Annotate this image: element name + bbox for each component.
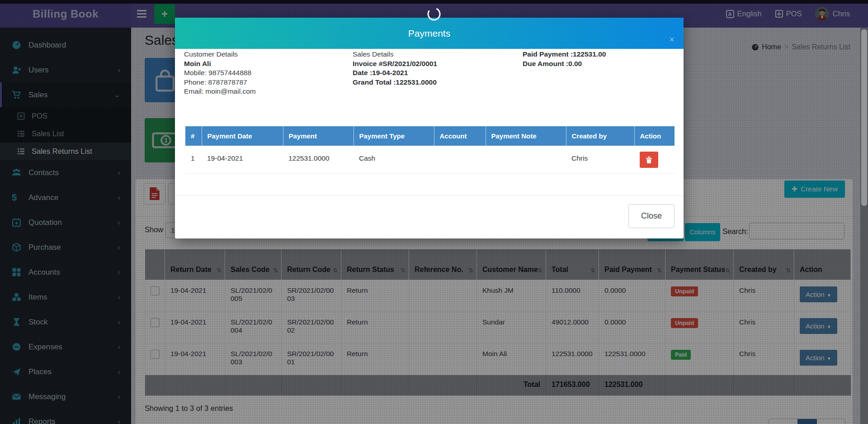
customer-mobile: Mobile: 98757444888	[184, 68, 256, 78]
invoice-number: Invoice #SR/2021/02/0001	[353, 59, 437, 69]
delete-payment-button[interactable]	[640, 152, 658, 168]
modal-header: Payments ×	[175, 18, 684, 49]
payment-row: 1 19-04-2021 122531.0000 Cash Chris	[185, 146, 675, 173]
cell-payment-date: 19-04-2021	[202, 146, 283, 173]
col-payment-type: Payment Type	[354, 126, 434, 146]
modal-title: Payments	[175, 18, 684, 49]
col-payment-date: Payment Date	[202, 126, 283, 146]
payments-table: # Payment Date Payment Payment Type Acco…	[185, 126, 675, 174]
col-account: Account	[434, 126, 486, 146]
page-scrollbar[interactable]	[860, 28, 868, 424]
close-icon[interactable]: ×	[669, 35, 675, 44]
customer-name: Moin Ali	[184, 59, 256, 69]
loading-spinner-icon	[426, 6, 442, 22]
paid-payment-text: Paid Payment :122531.00	[523, 50, 606, 59]
sales-details-block: Sales Details Invoice #SR/2021/02/0001 D…	[353, 50, 437, 87]
cell-account	[434, 146, 486, 173]
app-root: Billing Book + A English POS Chris	[0, 0, 868, 424]
col-payment-note: Payment Note	[486, 126, 566, 146]
col-created-by: Created by	[566, 126, 634, 146]
col-payment: Payment	[283, 126, 354, 146]
customer-details-block: Customer Details Moin Ali Mobile: 987574…	[184, 50, 256, 96]
modal-footer: Close	[175, 195, 684, 238]
due-amount-text: Due Amount :0.00	[523, 59, 606, 69]
col-num: #	[185, 126, 202, 146]
payments-header-row: # Payment Date Payment Payment Type Acco…	[185, 126, 675, 146]
grand-total: Grand Total :122531.0000	[353, 78, 437, 87]
sales-details-heading: Sales Details	[353, 50, 437, 59]
cell-num: 1	[185, 146, 202, 173]
cell-created-by: Chris	[566, 146, 634, 173]
customer-details-heading: Customer Details	[184, 50, 256, 59]
scrollbar-thumb[interactable]	[861, 29, 867, 206]
col-action: Action	[634, 126, 675, 146]
cell-payment-type: Cash	[354, 146, 434, 173]
sale-date: Date :19-04-2021	[353, 68, 437, 78]
close-button[interactable]: Close	[628, 204, 675, 228]
trash-icon	[646, 156, 652, 164]
customer-email: Email: moin@mail.com	[184, 87, 256, 96]
customer-phone: Phone: 8787878787	[184, 78, 256, 87]
payment-summary-block: Paid Payment :122531.00 Due Amount :0.00	[523, 50, 606, 68]
cell-payment-note	[486, 146, 566, 173]
payments-modal: Payments × Customer Details Moin Ali Mob…	[175, 18, 684, 238]
cell-payment: 122531.0000	[283, 146, 354, 173]
